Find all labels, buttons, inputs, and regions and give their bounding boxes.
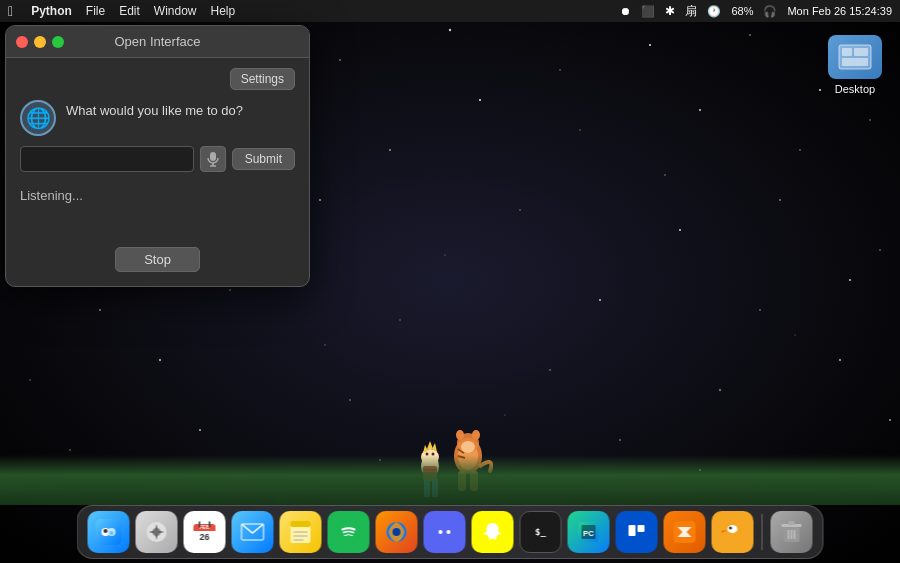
spotify-icon bbox=[337, 520, 361, 544]
svg-marker-72 bbox=[427, 441, 433, 449]
record-icon[interactable]: ⏺ bbox=[620, 5, 631, 17]
svg-point-50 bbox=[505, 415, 506, 416]
svg-point-84 bbox=[104, 529, 108, 533]
dock-item-notes[interactable] bbox=[280, 511, 322, 553]
svg-point-38 bbox=[69, 449, 70, 450]
svg-point-5 bbox=[449, 29, 451, 31]
svg-text:26: 26 bbox=[199, 532, 209, 542]
dialog-content: Settings 🌐 What would you like me to do?… bbox=[6, 58, 309, 286]
svg-point-13 bbox=[389, 149, 391, 151]
svg-point-18 bbox=[869, 119, 870, 120]
svg-point-24 bbox=[779, 199, 781, 201]
dock-item-trello[interactable] bbox=[616, 511, 658, 553]
svg-point-22 bbox=[519, 209, 520, 210]
trello-icon bbox=[626, 521, 648, 543]
clock-icon: 🕐 bbox=[707, 5, 721, 18]
svg-rect-98 bbox=[291, 521, 311, 527]
svg-point-27 bbox=[229, 289, 231, 291]
discord-icon bbox=[432, 522, 458, 542]
svg-rect-112 bbox=[638, 525, 645, 532]
svg-point-39 bbox=[199, 429, 201, 431]
dock-item-finder[interactable] bbox=[88, 511, 130, 553]
svg-rect-54 bbox=[854, 48, 868, 56]
input-row: Submit bbox=[20, 146, 295, 172]
display-icon[interactable]: ⬛ bbox=[641, 5, 655, 18]
svg-rect-120 bbox=[789, 521, 795, 525]
snapchat-icon bbox=[482, 521, 504, 543]
dock-item-spotify[interactable] bbox=[328, 511, 370, 553]
dock-item-launchpad[interactable] bbox=[136, 511, 178, 553]
svg-point-47 bbox=[445, 255, 446, 256]
listening-status: Listening... bbox=[20, 184, 295, 207]
svg-point-14 bbox=[479, 99, 481, 101]
svg-point-6 bbox=[559, 69, 560, 70]
globe-icon: 🌐 bbox=[20, 100, 56, 136]
bluetooth-icon[interactable]: ✱ bbox=[665, 4, 675, 18]
headphone-icon[interactable]: 🎧 bbox=[763, 5, 777, 18]
svg-point-104 bbox=[393, 528, 401, 536]
dock-item-calendar[interactable]: 26 FEB bbox=[184, 511, 226, 553]
app-name[interactable]: Python bbox=[31, 4, 72, 18]
menu-help[interactable]: Help bbox=[211, 4, 236, 18]
svg-rect-55 bbox=[842, 58, 868, 66]
desktop-folder-label: Desktop bbox=[835, 83, 875, 95]
terminal-label: $_ bbox=[535, 527, 546, 537]
svg-point-63 bbox=[472, 430, 480, 440]
svg-point-26 bbox=[99, 309, 101, 311]
pycharm-icon: PC bbox=[577, 520, 601, 544]
menu-window[interactable]: Window bbox=[154, 4, 197, 18]
task-input[interactable] bbox=[20, 146, 194, 172]
svg-point-7 bbox=[649, 44, 651, 46]
close-button[interactable] bbox=[16, 36, 28, 48]
cyberduck-icon bbox=[721, 521, 745, 543]
launchpad-icon bbox=[146, 521, 168, 543]
dock: 26 FEB bbox=[77, 505, 824, 559]
svg-point-49 bbox=[794, 334, 795, 335]
desktop-folder-icon[interactable]: Desktop bbox=[828, 35, 882, 95]
dialog-question-label: What would you like me to do? bbox=[66, 100, 243, 120]
menu-edit[interactable]: Edit bbox=[119, 4, 140, 18]
svg-point-85 bbox=[110, 531, 114, 535]
ground bbox=[0, 455, 900, 505]
svg-point-105 bbox=[439, 530, 443, 534]
dock-item-trash[interactable] bbox=[771, 511, 813, 553]
svg-point-34 bbox=[349, 399, 351, 401]
svg-point-42 bbox=[889, 419, 891, 421]
dock-item-mail[interactable] bbox=[232, 511, 274, 553]
traffic-lights bbox=[16, 36, 64, 48]
microphone-icon bbox=[206, 151, 220, 167]
wifi-icon[interactable]: 扇 bbox=[685, 3, 697, 20]
desktop-folder-thumbnail bbox=[828, 35, 882, 79]
submit-button[interactable]: Submit bbox=[232, 148, 295, 170]
sublime-icon bbox=[673, 520, 697, 544]
dock-item-firefox[interactable] bbox=[376, 511, 418, 553]
dock-item-terminal[interactable]: $_ bbox=[520, 511, 562, 553]
minimize-button[interactable] bbox=[34, 36, 46, 48]
svg-point-48 bbox=[664, 174, 665, 175]
dock-item-discord[interactable] bbox=[424, 511, 466, 553]
dialog-top-row: Settings bbox=[20, 68, 295, 90]
svg-point-17 bbox=[799, 149, 801, 151]
svg-point-37 bbox=[839, 359, 841, 361]
svg-point-9 bbox=[819, 89, 821, 91]
stop-button[interactable]: Stop bbox=[115, 247, 200, 272]
svg-point-106 bbox=[447, 530, 451, 534]
dock-item-sublime[interactable] bbox=[664, 511, 706, 553]
svg-text:FEB: FEB bbox=[200, 524, 210, 530]
trash-icon bbox=[781, 520, 803, 544]
dock-item-snapchat[interactable] bbox=[472, 511, 514, 553]
menu-file[interactable]: File bbox=[86, 4, 105, 18]
svg-point-33 bbox=[159, 359, 161, 361]
microphone-button[interactable] bbox=[200, 146, 226, 172]
svg-point-29 bbox=[599, 299, 601, 301]
dialog-globe-row: 🌐 What would you like me to do? bbox=[20, 100, 295, 136]
dock-item-cyberduck[interactable] bbox=[712, 511, 754, 553]
svg-point-23 bbox=[679, 229, 681, 231]
svg-rect-78 bbox=[210, 152, 216, 161]
datetime-display: Mon Feb 26 15:24:39 bbox=[787, 5, 892, 17]
dock-item-pycharm[interactable]: PC bbox=[568, 511, 610, 553]
apple-menu[interactable]:  bbox=[8, 3, 13, 19]
battery-level[interactable]: 68% bbox=[731, 5, 753, 17]
settings-button[interactable]: Settings bbox=[230, 68, 295, 90]
maximize-button[interactable] bbox=[52, 36, 64, 48]
